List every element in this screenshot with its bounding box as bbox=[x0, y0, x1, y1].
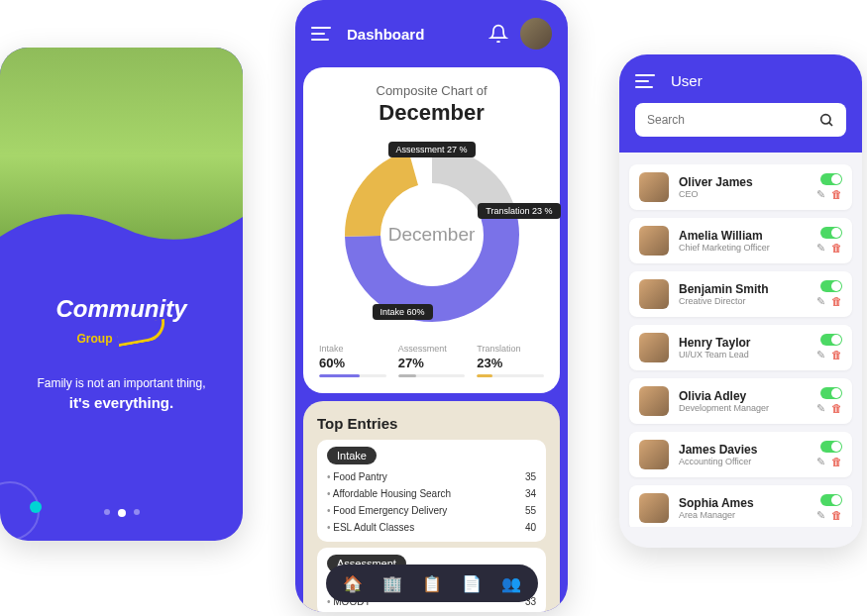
stat-value: 27% bbox=[398, 356, 466, 370]
entry-value: 55 bbox=[525, 505, 536, 516]
avatar bbox=[639, 440, 669, 469]
entry-value: 35 bbox=[525, 471, 536, 482]
entry-name: Food Emergency Delivery bbox=[327, 505, 447, 516]
dot[interactable] bbox=[104, 509, 110, 515]
svg-point-3 bbox=[821, 115, 830, 124]
edit-icon[interactable]: ✎ bbox=[816, 188, 825, 201]
entry-value: 40 bbox=[525, 522, 536, 533]
avatar bbox=[639, 493, 669, 523]
user-role: Area Manager bbox=[679, 510, 807, 520]
menu-icon[interactable] bbox=[635, 74, 659, 88]
user-role: CEO bbox=[679, 189, 807, 199]
user-item[interactable]: Benjamin SmithCreative Director✎🗑 bbox=[629, 271, 852, 317]
user-item[interactable]: Henry TaylorUI/UX Team Lead✎🗑 bbox=[629, 325, 852, 370]
chart-label-translation: Translation 23 % bbox=[478, 203, 560, 219]
edit-icon[interactable]: ✎ bbox=[816, 509, 825, 522]
bottom-nav: 🏠 🏢 📋 📄 👥 bbox=[326, 565, 538, 602]
logo-main: Community bbox=[56, 295, 187, 322]
entry-group: IntakeFood Pantry35Affordable Housing Se… bbox=[317, 440, 546, 542]
stat-name: Assessment bbox=[398, 344, 466, 354]
toggle-switch[interactable] bbox=[820, 227, 842, 239]
entry-row[interactable]: Food Emergency Delivery55 bbox=[327, 502, 536, 519]
chart-card: Composite Chart of December December Ass… bbox=[303, 67, 560, 393]
avatar bbox=[639, 386, 669, 416]
avatar bbox=[639, 172, 669, 202]
user-header: User bbox=[619, 54, 862, 153]
user-name: James Davies bbox=[679, 443, 807, 457]
dashboard-header: Dashboard bbox=[295, 0, 568, 67]
entry-row[interactable]: Affordable Housing Search34 bbox=[327, 485, 536, 502]
user-role: Chief Marketing Officer bbox=[679, 243, 807, 253]
page-title: Dashboard bbox=[347, 26, 477, 43]
nav-clipboard-icon[interactable]: 📋 bbox=[423, 574, 441, 592]
search-box[interactable] bbox=[635, 103, 846, 137]
stat-value: 60% bbox=[319, 356, 386, 370]
stat-item: Intake60% bbox=[319, 344, 386, 377]
user-item[interactable]: Sophia AmesArea Manager✎🗑 bbox=[629, 485, 852, 527]
toggle-switch[interactable] bbox=[820, 280, 842, 292]
dashboard-screen: Dashboard Composite Chart of December De… bbox=[295, 0, 568, 612]
nav-users-icon[interactable]: 👥 bbox=[502, 574, 520, 592]
toggle-switch[interactable] bbox=[820, 441, 842, 453]
delete-icon[interactable]: 🗑 bbox=[831, 242, 842, 255]
bell-icon[interactable] bbox=[488, 24, 508, 44]
entry-value: 34 bbox=[525, 488, 536, 499]
user-item[interactable]: Olivia AdleyDevelopment Manager✎🗑 bbox=[629, 378, 852, 424]
edit-icon[interactable]: ✎ bbox=[816, 456, 825, 468]
user-role: Development Manager bbox=[679, 403, 807, 413]
entry-row[interactable]: Food Pantry35 bbox=[327, 468, 536, 485]
entry-name: Affordable Housing Search bbox=[327, 488, 451, 499]
edit-icon[interactable]: ✎ bbox=[816, 402, 825, 415]
stat-name: Translation bbox=[477, 344, 544, 354]
avatar bbox=[639, 333, 669, 362]
user-role: UI/UX Team Lead bbox=[679, 350, 807, 359]
user-list: Oliver JamesCEO✎🗑Amelia WilliamChief Mar… bbox=[619, 153, 862, 527]
nav-document-icon[interactable]: 📄 bbox=[463, 574, 481, 592]
user-name: Oliver James bbox=[679, 175, 807, 189]
menu-icon[interactable] bbox=[311, 27, 335, 41]
avatar bbox=[639, 226, 669, 256]
tagline-1: Family is not an important thing, bbox=[20, 376, 223, 390]
user-item[interactable]: Amelia WilliamChief Marketing Officer✎🗑 bbox=[629, 218, 852, 263]
delete-icon[interactable]: 🗑 bbox=[831, 349, 842, 361]
edit-icon[interactable]: ✎ bbox=[816, 349, 825, 361]
entry-name: Food Pantry bbox=[327, 471, 387, 482]
dot-active[interactable] bbox=[118, 509, 126, 517]
avatar bbox=[639, 279, 669, 309]
group-header: Intake bbox=[327, 447, 377, 464]
edit-icon[interactable]: ✎ bbox=[816, 242, 825, 255]
user-role: Accounting Officer bbox=[679, 457, 807, 466]
stat-value: 23% bbox=[477, 356, 544, 370]
delete-icon[interactable]: 🗑 bbox=[831, 295, 842, 308]
page-title: User bbox=[671, 72, 703, 89]
page-indicator[interactable] bbox=[104, 509, 140, 517]
edit-icon[interactable]: ✎ bbox=[816, 295, 825, 308]
stat-item: Assessment27% bbox=[398, 344, 466, 377]
user-name: Henry Taylor bbox=[679, 336, 807, 350]
delete-icon[interactable]: 🗑 bbox=[831, 509, 842, 522]
nav-home-icon[interactable]: 🏠 bbox=[344, 574, 362, 592]
search-icon[interactable] bbox=[818, 112, 834, 128]
logo-sub: Group bbox=[77, 332, 113, 346]
donut-chart: December Assessment 27 % Translation 23 … bbox=[333, 136, 531, 334]
toggle-switch[interactable] bbox=[820, 387, 842, 399]
donut-center-label: December bbox=[388, 224, 476, 246]
stat-name: Intake bbox=[319, 344, 386, 354]
user-item[interactable]: Oliver JamesCEO✎🗑 bbox=[629, 164, 852, 210]
user-item[interactable]: James DaviesAccounting Officer✎🗑 bbox=[629, 432, 852, 477]
chart-label-intake: Intake 60% bbox=[373, 304, 433, 320]
search-input[interactable] bbox=[647, 113, 818, 127]
dot[interactable] bbox=[134, 509, 140, 515]
delete-icon[interactable]: 🗑 bbox=[831, 456, 842, 468]
avatar[interactable] bbox=[520, 18, 552, 50]
delete-icon[interactable]: 🗑 bbox=[831, 188, 842, 201]
user-role: Creative Director bbox=[679, 296, 807, 306]
delete-icon[interactable]: 🗑 bbox=[831, 402, 842, 415]
toggle-switch[interactable] bbox=[820, 334, 842, 346]
nav-building-icon[interactable]: 🏢 bbox=[383, 574, 401, 592]
entry-row[interactable]: ESL Adult Classes40 bbox=[327, 519, 536, 536]
chart-title: December bbox=[319, 100, 544, 126]
toggle-switch[interactable] bbox=[820, 173, 842, 185]
toggle-switch[interactable] bbox=[820, 494, 842, 506]
stat-item: Translation23% bbox=[477, 344, 544, 377]
